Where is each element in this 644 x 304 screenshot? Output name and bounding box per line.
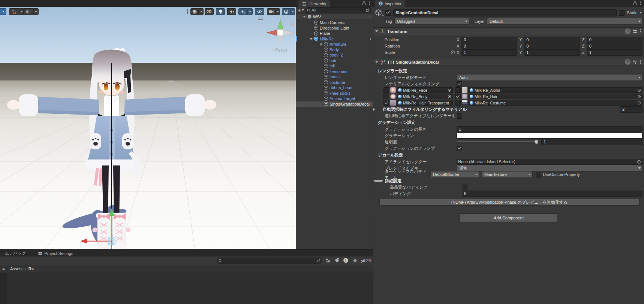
position-y-field[interactable]: 0 [524, 37, 580, 43]
ttt-foldout-icon[interactable] [375, 61, 378, 63]
snap-increment-ruler-icon[interactable] [23, 8, 33, 15]
scene-visibility-eye-off-icon[interactable] [255, 8, 264, 15]
auto-filter-foldout-icon[interactable] [373, 108, 381, 111]
material-field-milk-re-body[interactable]: Milk-Re_Body [397, 94, 453, 99]
lock-icon[interactable] [362, 1, 366, 6]
rotation-y-field[interactable]: 0 [524, 43, 580, 49]
transform-header[interactable]: Transform ? [373, 27, 644, 35]
island-selector-object-field[interactable]: None (Abstract Island Selector) [457, 159, 643, 165]
material-checkbox-milk-re-hair-transparent[interactable] [383, 100, 389, 106]
gradient-preview-bar[interactable] [457, 133, 643, 139]
breadcrumb-assets[interactable]: Assets [10, 267, 22, 271]
hierarchy-item-directional-light[interactable]: Directional Light [296, 25, 373, 31]
object-picker-icon[interactable] [637, 160, 641, 164]
material-filter-checkbox[interactable] [457, 81, 462, 87]
material-field-milk-re-hair[interactable]: Milk-Re_Hair [468, 94, 643, 99]
tool-handle-dropdown[interactable] [0, 8, 6, 15]
audio-mute-speaker-icon[interactable] [227, 8, 236, 15]
object-picker-icon[interactable] [637, 95, 641, 98]
padding-field[interactable]: 5 [462, 191, 643, 197]
blend-type-dropdown[interactable]: 通常 [457, 165, 643, 171]
foldout-right-icon[interactable] [321, 43, 322, 46]
transform-kebab-icon[interactable] [639, 29, 642, 34]
static-checkbox[interactable] [619, 10, 625, 16]
effects-dropdown[interactable] [247, 8, 253, 15]
position-z-field[interactable]: 0 [587, 37, 643, 43]
advanced-foldout-icon[interactable] [373, 180, 383, 182]
presets-icon[interactable] [632, 29, 637, 34]
hierarchy-menu-kebab-icon[interactable] [368, 1, 371, 5]
rotation-z-field[interactable]: 0 [587, 43, 643, 49]
axis-x-label[interactable]: x [261, 31, 263, 35]
scale-x-field[interactable]: 1 [461, 49, 517, 56]
tab-hierarchy[interactable]: Hierarchy [298, 0, 330, 7]
ndmf-preview-toggle-button[interactable]: (NDMF) AfterUVModification-Phase のプレビューを… [379, 199, 640, 206]
console-warning-icon[interactable]: ! [343, 258, 348, 263]
gizmos-globe-icon[interactable] [282, 8, 290, 15]
scale-unlinked-icon[interactable] [451, 50, 455, 55]
snap-increment-dropdown[interactable] [33, 8, 39, 15]
hierarchy-item-plane[interactable]: Plane [296, 31, 373, 36]
include-inactive-checkbox[interactable] [457, 113, 462, 119]
gameobject-icon[interactable] [375, 9, 383, 16]
gradation-length-field[interactable]: 1 [457, 126, 643, 133]
hierarchy-item-kemomimi[interactable]: kemomimi [296, 69, 373, 75]
static-dropdown[interactable] [640, 12, 642, 13]
scene-menu-kebab-icon[interactable] [368, 15, 371, 19]
object-picker-icon[interactable] [448, 88, 451, 92]
favorites-star-icon[interactable] [352, 258, 358, 263]
hierarchy-item-costume[interactable]: costume [296, 80, 373, 85]
transform-foldout-icon[interactable] [375, 30, 378, 32]
hq-padding-checkbox[interactable] [462, 185, 467, 190]
texture-dropdown[interactable]: MainTexture [482, 171, 533, 178]
scale-z-field[interactable]: 1 [587, 49, 643, 56]
hierarchy-item-tail[interactable]: tail [296, 63, 373, 69]
material-checkbox-milk-re-costume[interactable] [455, 100, 461, 106]
enable-checkbox[interactable] [385, 10, 391, 16]
ttt-kebab-icon[interactable] [639, 60, 642, 64]
hierarchy-item-main-camera[interactable]: Main Camera [296, 20, 373, 25]
object-picker-icon[interactable] [448, 95, 451, 98]
scene-foldout-icon[interactable] [303, 16, 306, 18]
one-column-toggle-icon[interactable] [2, 268, 5, 270]
object-picker-icon[interactable] [637, 88, 641, 92]
filter-by-type-icon[interactable] [325, 258, 331, 263]
add-object-button[interactable]: + [298, 7, 301, 13]
ttt-component-header[interactable]: TTT SingleGradationDecal ? [373, 58, 644, 66]
object-picker-icon[interactable] [637, 101, 641, 105]
hierarchy-item-armature[interactable]: Armature [296, 42, 373, 47]
search-in-window-icon[interactable] [366, 8, 370, 12]
position-x-field[interactable]: 0 [461, 37, 517, 43]
hierarchy-item-ribbon-head[interactable]: ribbon_head [296, 85, 373, 91]
hidden-count-eye-off-icon[interactable] [361, 258, 366, 263]
view-2d-button[interactable]: 2D [205, 8, 214, 15]
scene-header-row[interactable]: WS* [296, 14, 373, 20]
search-in-window-icon[interactable] [317, 259, 321, 262]
camera-dropdown[interactable] [275, 8, 280, 15]
add-object-dropdown[interactable] [302, 9, 304, 11]
grid-snap-magnet-icon[interactable] [9, 8, 19, 15]
layer-dropdown[interactable]: Default [487, 18, 643, 25]
scene-camera-icon[interactable] [267, 8, 275, 15]
material-field-milk-re-alpha[interactable]: Milk-Re_Alpha [468, 87, 643, 93]
material-field-milk-re-hair-transparent[interactable]: Milk-Re_Hair_Transparent [397, 100, 453, 106]
hierarchy-item-knee-socks[interactable]: knee-socks [296, 91, 373, 96]
object-name-field[interactable]: SingleGradationDecal [393, 9, 617, 16]
material-field-milk-re-costume[interactable]: Milk-Re_Costume [468, 100, 643, 106]
foldout-down-icon[interactable] [310, 38, 313, 40]
help-icon[interactable]: ? [625, 59, 631, 65]
hierarchy-item-body-2[interactable]: body_2 [296, 52, 373, 58]
auto-filter-size-field[interactable]: 2 [620, 106, 643, 113]
axis-y-label[interactable]: y [279, 15, 281, 19]
filter-by-label-tag-icon[interactable] [334, 258, 340, 263]
material-checkbox-milk-re-body[interactable] [383, 94, 389, 99]
material-field-milk-re-face[interactable]: Milk-Re_Face [397, 87, 453, 93]
use-custom-property-checkbox[interactable] [536, 172, 541, 177]
inspector-menu-kebab-icon[interactable] [639, 1, 642, 5]
render-mode-dropdown[interactable] [199, 8, 204, 15]
rotation-x-field[interactable]: 0 [461, 43, 517, 49]
material-checkbox-milk-re-alpha[interactable] [455, 87, 461, 93]
project-content-area[interactable] [0, 273, 373, 304]
scale-y-field[interactable]: 1 [524, 49, 580, 56]
material-checkbox-milk-re-hair[interactable] [455, 94, 461, 99]
